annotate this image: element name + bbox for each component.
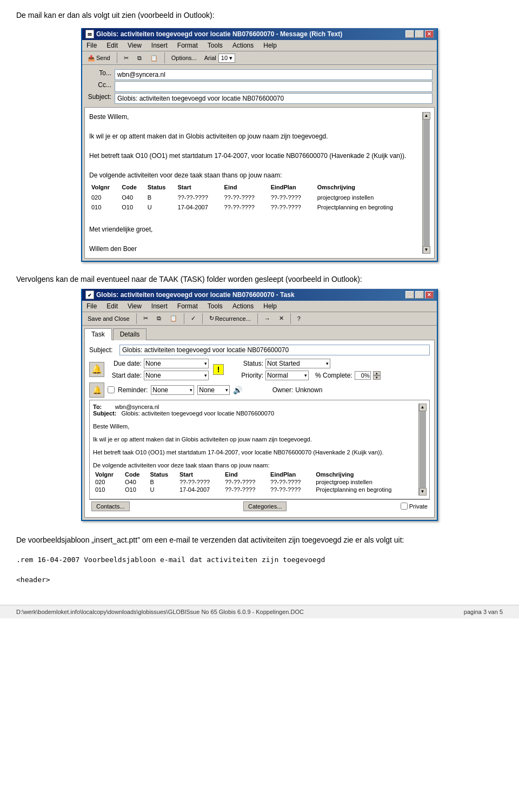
recurrence-button[interactable]: ↻ Recurrence... [206,313,254,324]
task-body-area[interactable]: To: wbn@syncera.nl Subject: Globis: acti… [89,400,430,499]
t-col-code: Code [123,471,148,478]
toolbar-sep1 [117,52,117,63]
private-area: Private [401,503,428,510]
task-minimize-button[interactable]: _ [405,291,414,299]
task-menu-edit[interactable]: Edit [104,302,120,311]
menu-format[interactable]: Format [175,41,200,50]
t-cell-eindplan-2: ??-??-???? [268,486,314,493]
body-scrollbar[interactable]: ▲ ▼ [422,112,430,254]
due-date-dropdown[interactable]: None ▾ [144,359,209,368]
task-window: ✔ Globis: activiteiten toegevoegd voor l… [81,289,438,521]
menu-tools[interactable]: Tools [205,41,225,50]
copy-button[interactable]: ⧉ [134,53,145,63]
task-icons-btn[interactable]: → [261,314,274,324]
priority-dropdown[interactable]: Normal ▾ [265,371,309,380]
owner-row: Owner: Unknown [258,386,322,394]
status-arrow: ▾ [326,361,329,366]
scroll-down-button[interactable]: ▼ [423,246,430,254]
menu-edit[interactable]: Edit [104,41,120,50]
menu-view[interactable]: View [125,41,144,50]
owner-value: Unknown [295,386,322,394]
private-checkbox[interactable] [401,503,408,510]
menu-insert[interactable]: Insert [149,41,170,50]
task-cut-icon: ✂ [143,315,148,322]
reminder-time-dropdown[interactable]: None ▾ [197,385,230,395]
task-maximize-button[interactable]: □ [415,291,424,299]
msg-line-2 [89,122,422,131]
complete-input[interactable] [355,371,371,380]
spin-up[interactable]: ▲ [373,371,381,375]
task-body-scrollbar[interactable]: ▲ ▼ [418,404,426,496]
cut-button[interactable]: ✂ [121,53,132,63]
table-row: 010 O10 U 17-04-2007 ??-??-???? ??-??-??… [89,202,422,213]
paste-button[interactable]: 📋 [147,53,161,63]
start-date-dropdown[interactable]: None ▾ [144,371,209,380]
task-body-6 [93,455,418,462]
task-window-icon: ✔ [85,291,94,299]
task-titlebar: ✔ Globis: activiteiten toegevoegd voor l… [82,289,437,301]
contacts-button[interactable]: Contacts... [91,501,130,511]
task-help-button[interactable]: ? [294,314,304,324]
maximize-button[interactable]: □ [415,30,424,38]
task-menu-actions[interactable]: Actions [230,302,256,311]
cc-row: Cc... [86,81,432,92]
complete-spinner: ▲ ▼ [373,371,381,380]
send-button[interactable]: 📤 Send [84,53,114,63]
message-body-area[interactable]: Beste Willem, Ik wil je er op attent mak… [84,107,435,259]
reminder-checkbox[interactable] [108,386,115,393]
task-scroll-up[interactable]: ▲ [419,404,427,411]
font-size-dropdown[interactable]: 10 ▾ [218,54,235,63]
task-paste-button[interactable]: 📋 [167,313,181,324]
task-menu-file[interactable]: File [84,302,99,311]
task-menu-insert[interactable]: Insert [149,302,170,311]
task-subject-value[interactable]: Globis: activiteiten toegevoegd voor loc… [119,345,430,355]
t-col-eindplan: EindPlan [268,471,314,478]
cell-volgnr: 020 [89,193,119,203]
reminder-alarm-icon: 🔔 [89,382,104,398]
message-toolbar: 📤 Send ✂ ⧉ 📋 Options... Arial 10 ▾ [82,51,437,65]
cell-eindplan-2: ??-??-???? [269,202,315,213]
menu-help[interactable]: Help [261,41,279,50]
task-cut-button[interactable]: ✂ [140,313,151,324]
t-cell-eind-2: ??-??-???? [223,486,268,493]
task-win-controls[interactable]: _ □ ✕ [405,291,434,299]
task-spell-button[interactable]: ✓ [188,313,199,324]
task-menu-format[interactable]: Format [175,302,200,311]
task-copy-button[interactable]: ⧉ [154,313,164,324]
menu-file[interactable]: File [84,41,99,50]
message-win-controls[interactable]: _ □ ✕ [405,30,434,38]
task-menu-view[interactable]: View [125,302,144,311]
t-col-volgnr: Volgnr [93,471,123,478]
tab-details[interactable]: Details [113,328,147,340]
save-close-button[interactable]: Save and Close [84,314,133,324]
options-button[interactable]: Options... [168,53,200,63]
categories-button[interactable]: Categories... [243,501,287,511]
task-scroll-down[interactable]: ▼ [419,488,427,496]
col-code: Code [119,182,145,193]
close-button[interactable]: ✕ [425,30,434,38]
message-title-area: ✉ Globis: activiteiten toegevoegd voor l… [85,30,342,38]
task-delete-button[interactable]: ✕ [276,313,287,324]
minimize-button[interactable]: _ [405,30,414,38]
alarm-icon: 🔔 [89,362,104,377]
menu-actions[interactable]: Actions [230,41,256,50]
to-value: wbn@syncera.nl [115,69,432,80]
task-close-button[interactable]: ✕ [425,291,434,299]
sound-icon: 🔊 [233,385,244,395]
task-menu-help[interactable]: Help [261,302,279,311]
reminder-date-dropdown[interactable]: None ▾ [151,385,194,395]
task-menu-tools[interactable]: Tools [205,302,225,311]
tab-task[interactable]: Task [84,328,112,340]
task-toolbar: Save and Close ✂ ⧉ 📋 ✓ ↻ Recurrence... →… [82,312,437,326]
task-blank-1 [93,417,418,423]
msg-line-6 [89,161,422,170]
task-date-status-row: 🔔 Due date: None ▾ Start date: [89,359,430,380]
status-dropdown[interactable]: Not Started ▾ [265,359,330,368]
scroll-up-button[interactable]: ▲ [423,112,430,120]
to-label: To... [86,69,114,80]
task-paste-icon: 📋 [170,315,177,322]
message-window-icon: ✉ [85,30,94,38]
priority-value: Normal [267,372,288,379]
spin-down[interactable]: ▼ [373,375,381,380]
task-body-3: Ik wil je er op attent maken dat in Glob… [93,436,418,443]
